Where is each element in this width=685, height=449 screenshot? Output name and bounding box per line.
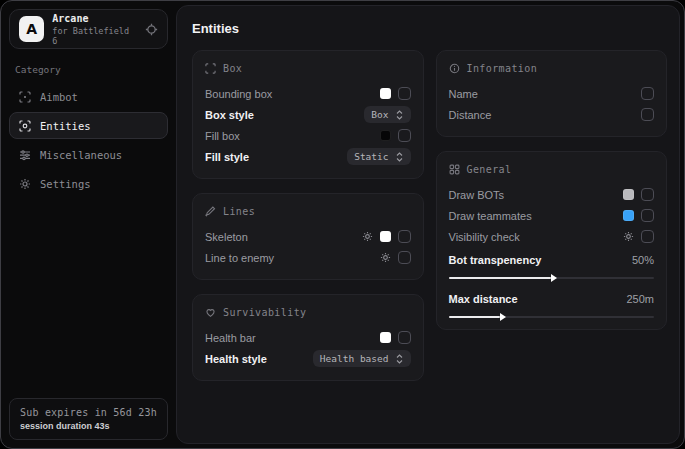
slider-fill xyxy=(449,316,500,318)
visibility-check-checkbox[interactable] xyxy=(641,230,654,243)
setting-row-distance: Distance xyxy=(449,104,655,125)
bounding-box-checkbox[interactable] xyxy=(398,87,411,100)
color-swatch[interactable] xyxy=(623,189,634,200)
row-label: Line to enemy xyxy=(205,252,274,264)
line-to-enemy-checkbox[interactable] xyxy=(398,251,411,264)
skeleton-checkbox[interactable] xyxy=(398,230,411,243)
sidebar-item-aimbot[interactable]: Aimbot xyxy=(9,83,168,110)
sidebar: A Arcane for Battlefield 6 Category Aimb xyxy=(1,1,176,448)
setting-row-line-to-enemy: Line to enemy xyxy=(205,247,411,268)
information-card: Information Name Distance xyxy=(436,50,668,137)
crosshair-icon[interactable] xyxy=(145,23,158,36)
row-label: Health bar xyxy=(205,332,256,344)
chevron-up-down-icon xyxy=(395,110,404,120)
app-name: Arcane xyxy=(52,13,137,24)
sidebar-item-label: Entities xyxy=(40,120,91,132)
setting-row-health-style: Health style Health based xyxy=(205,348,411,369)
name-checkbox[interactable] xyxy=(641,87,654,100)
setting-row-max-distance: Max distance 250m xyxy=(449,288,655,318)
chevron-up-down-icon xyxy=(395,354,404,364)
pencil-icon xyxy=(205,206,216,217)
setting-row-fill-box: Fill box xyxy=(205,125,411,146)
draw-teammates-checkbox[interactable] xyxy=(641,209,654,222)
general-card: General Draw BOTs Draw teammates xyxy=(436,151,668,330)
fill-style-dropdown[interactable]: Static xyxy=(347,148,410,165)
sidebar-item-settings[interactable]: Settings xyxy=(9,170,168,197)
color-swatch[interactable] xyxy=(380,332,391,343)
information-card-header: Information xyxy=(449,63,655,74)
category-label: Category xyxy=(15,64,162,75)
max-distance-slider[interactable] xyxy=(449,316,655,318)
general-card-header: General xyxy=(449,164,655,175)
color-swatch[interactable] xyxy=(380,130,391,141)
entities-icon xyxy=(19,120,31,132)
sidebar-item-miscellaneous[interactable]: Miscellaneous xyxy=(9,141,168,168)
row-label: Fill style xyxy=(205,151,249,163)
health-bar-checkbox[interactable] xyxy=(398,331,411,344)
setting-row-box-style: Box style Box xyxy=(205,104,411,125)
scan-brackets-icon xyxy=(205,63,216,74)
setting-row-health-bar: Health bar xyxy=(205,327,411,348)
setting-row-skeleton: Skeleton xyxy=(205,226,411,247)
row-label: Bounding box xyxy=(205,88,272,100)
row-label: Bot transpenency xyxy=(449,254,542,266)
row-label: Distance xyxy=(449,109,492,121)
row-label: Draw BOTs xyxy=(449,189,505,201)
color-swatch[interactable] xyxy=(623,210,634,221)
dropdown-value: Static xyxy=(354,151,388,162)
color-swatch[interactable] xyxy=(380,231,391,242)
setting-row-draw-teammates: Draw teammates xyxy=(449,205,655,226)
card-title: Box xyxy=(223,63,242,74)
color-swatch[interactable] xyxy=(380,88,391,99)
line-to-enemy-settings-gear-icon[interactable] xyxy=(380,252,391,263)
box-card: Box Bounding box Box style Box xyxy=(192,50,424,179)
setting-row-visibility-check: Visibility check xyxy=(449,226,655,247)
slider-value: 250m xyxy=(626,293,654,305)
dropdown-value: Health based xyxy=(320,353,389,364)
setting-row-name: Name xyxy=(449,83,655,104)
card-title: Information xyxy=(467,63,538,74)
info-icon xyxy=(449,63,460,74)
row-label: Health style xyxy=(205,353,267,365)
row-label: Fill box xyxy=(205,130,240,142)
main-panel: Entities Box Bounding box xyxy=(176,5,680,444)
slider-fill xyxy=(449,277,552,279)
slider-value: 50% xyxy=(632,254,654,266)
survivability-card: Survivability Health bar Health style xyxy=(192,294,424,381)
visibility-settings-gear-icon[interactable] xyxy=(623,231,634,242)
bot-transparency-slider[interactable] xyxy=(449,277,655,279)
sidebar-item-label: Settings xyxy=(40,178,91,190)
row-label: Name xyxy=(449,88,478,100)
app-brand-card: A Arcane for Battlefield 6 xyxy=(9,9,168,49)
panel-columns: Box Bounding box Box style Box xyxy=(192,50,667,381)
setting-row-draw-bots: Draw BOTs xyxy=(449,184,655,205)
setting-row-bot-transparency: Bot transpenency 50% xyxy=(449,249,655,279)
row-label: Visibility check xyxy=(449,231,520,243)
distance-checkbox[interactable] xyxy=(641,108,654,121)
lines-card-header: Lines xyxy=(205,206,411,217)
card-title: Survivability xyxy=(223,307,306,318)
session-duration-text: session duration 43s xyxy=(20,421,157,431)
lines-card: Lines Skeleton xyxy=(192,193,424,280)
draw-bots-checkbox[interactable] xyxy=(641,188,654,201)
subscription-card: Sub expires in 56d 23h session duration … xyxy=(9,398,168,440)
page-title: Entities xyxy=(192,21,667,36)
box-style-dropdown[interactable]: Box xyxy=(364,106,410,123)
row-label: Max distance xyxy=(449,293,518,305)
health-style-dropdown[interactable]: Health based xyxy=(313,350,411,367)
left-column: Box Bounding box Box style Box xyxy=(192,50,424,381)
app-window: A Arcane for Battlefield 6 Category Aimb xyxy=(0,0,685,449)
dropdown-value: Box xyxy=(371,109,388,120)
sliders-icon xyxy=(19,149,31,161)
heart-icon xyxy=(205,307,216,318)
app-logo-avatar: A xyxy=(19,16,44,42)
aimbot-icon xyxy=(19,91,31,103)
setting-row-bounding-box: Bounding box xyxy=(205,83,411,104)
fill-box-checkbox[interactable] xyxy=(398,129,411,142)
chevron-up-down-icon xyxy=(395,152,404,162)
row-label: Draw teammates xyxy=(449,210,532,222)
sidebar-item-entities[interactable]: Entities xyxy=(9,112,168,139)
box-card-header: Box xyxy=(205,63,411,74)
skeleton-settings-gear-icon[interactable] xyxy=(362,231,373,242)
gear-icon xyxy=(19,178,31,190)
